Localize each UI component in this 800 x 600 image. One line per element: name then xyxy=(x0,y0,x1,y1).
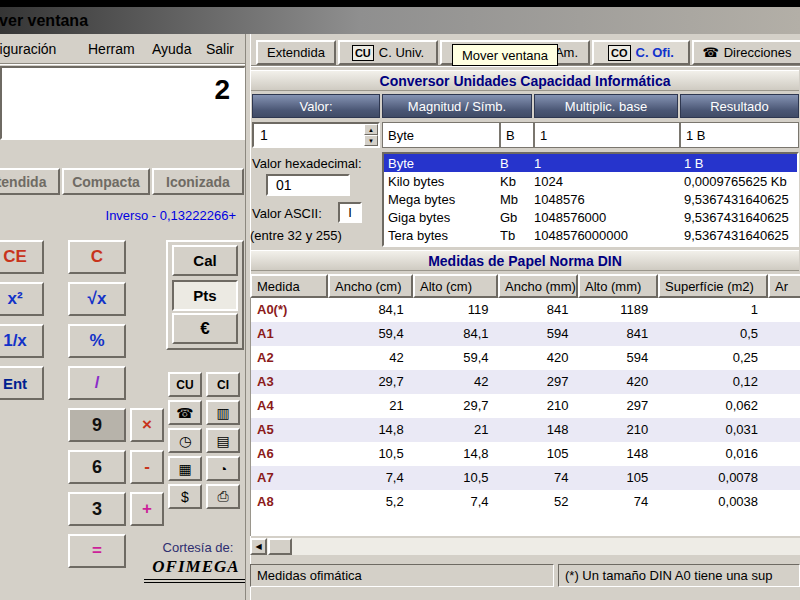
ascii-label: Valor ASCII: xyxy=(252,206,322,221)
euro-mode-button[interactable]: € xyxy=(172,313,238,344)
globe-icon: ◔ xyxy=(219,461,227,477)
paper-row[interactable]: A6 10,5 14,8 105 148 0,016 xyxy=(251,442,800,466)
calc-button-3[interactable]: 3 xyxy=(68,492,126,526)
phone-icon: ☎ xyxy=(702,45,718,60)
agenda-icon: ▤ xyxy=(216,433,229,449)
cu-tool-button[interactable]: CU xyxy=(168,372,202,397)
hex-label: Valor hexadecimal: xyxy=(252,156,362,171)
tab-conversor-ofimatico[interactable]: CO C. Ofi. xyxy=(592,40,690,65)
calc-button-reciprocal[interactable]: 1/x xyxy=(0,324,44,358)
calculator-display: 2 xyxy=(0,66,246,140)
paper-row[interactable]: A1 59,4 84,1 594 841 0,5 xyxy=(251,322,800,346)
unit-row[interactable]: Tera bytes Tb 1048576000000 9,5367431640… xyxy=(384,227,797,245)
calc-button-divide[interactable]: / xyxy=(68,366,126,400)
unit-row[interactable]: Mega bytes Mb 1048576 9,5367431640625 xyxy=(384,190,797,208)
paper-table-body: A0(*) 84,1 119 841 1189 1 A1 59,4 84,1 5… xyxy=(250,298,800,536)
header-ancho-cm[interactable]: Ancho (cm) xyxy=(328,274,413,298)
application-window: Mover ventana Configuración Herram Ayuda… xyxy=(0,0,800,600)
header-area[interactable]: Ar xyxy=(768,274,800,298)
ascii-range-hint: (entre 32 y 255) xyxy=(250,228,342,243)
window-title: Mover ventana xyxy=(0,12,88,30)
calc-button-clear[interactable]: C xyxy=(68,240,126,274)
cal-mode-button[interactable]: Cal xyxy=(172,245,238,276)
paper-row[interactable]: A7 7,4 10,5 74 105 0,0078 xyxy=(251,466,800,490)
printer-icon: ⎙ xyxy=(217,488,228,505)
agenda-tool-button[interactable]: ▤ xyxy=(206,428,240,453)
column-header-magnitud[interactable]: Magnitud / Símb. xyxy=(382,94,532,118)
tab-direcciones[interactable]: ☎ Direcciones xyxy=(692,40,800,65)
print-tool-button[interactable]: ⎙ xyxy=(206,484,240,509)
column-header-resultado[interactable]: Resultado xyxy=(680,94,799,118)
column-header-valor[interactable]: Valor: xyxy=(252,94,380,118)
clock-tool-button[interactable]: ◷ xyxy=(168,428,202,453)
paper-section-title: Medidas de Papel Norma DIN xyxy=(251,250,799,271)
spinner-down-button[interactable]: ▼ xyxy=(364,135,378,146)
menu-item-ayuda[interactable]: Ayuda xyxy=(152,41,191,57)
ascii-value-input[interactable]: I xyxy=(338,202,362,223)
paper-row[interactable]: A3 29,7 42 297 420 0,12 xyxy=(251,370,800,394)
calc-button-square[interactable]: x² xyxy=(0,282,44,316)
clock-icon: ◷ xyxy=(179,433,191,449)
paper-row[interactable]: A4 21 29,7 210 297 0,062 xyxy=(251,394,800,418)
ofimega-logo: OFIMEGA xyxy=(144,557,248,583)
calc-button-ce[interactable]: CE xyxy=(0,240,44,274)
book-tool-button[interactable]: ▥ xyxy=(206,400,240,425)
tab-compacta[interactable]: Compacta xyxy=(62,168,150,195)
header-medida[interactable]: Medida xyxy=(250,274,328,298)
menu-item-configuracion[interactable]: Configuración xyxy=(0,41,56,57)
selected-magnitude-cell: Byte xyxy=(382,122,500,148)
header-superficie[interactable]: Superfície (m2) xyxy=(658,274,768,298)
pts-mode-button[interactable]: Pts xyxy=(172,280,238,311)
scrollbar-thumb[interactable] xyxy=(268,538,292,555)
grid-icon: ▦ xyxy=(178,461,191,477)
selected-result-cell: 1 B xyxy=(680,122,799,148)
scroll-left-button[interactable]: ◀ xyxy=(250,538,267,555)
selected-symbol-cell: B xyxy=(500,122,534,148)
column-header-multiplicador[interactable]: Multiplic. base xyxy=(534,94,678,118)
paper-row[interactable]: A5 14,8 21 148 210 0,031 xyxy=(251,418,800,442)
header-ancho-mm[interactable]: Ancho (mm) xyxy=(498,274,578,298)
unit-row[interactable]: Kilo bytes Kb 1024 0,0009765625 Kb xyxy=(384,172,797,190)
calc-button-9[interactable]: 9 xyxy=(68,408,126,442)
unit-row[interactable]: Byte B 1 1 B xyxy=(384,154,797,172)
calc-button-multiply[interactable]: × xyxy=(130,408,164,442)
header-alto-mm[interactable]: Alto (mm) xyxy=(578,274,658,298)
ci-tool-button[interactable]: CI xyxy=(206,372,240,397)
move-window-tooltip: Mover ventana xyxy=(452,44,558,66)
converter-section-title: Conversor Unidades Capacidad Informática xyxy=(251,70,799,91)
currency-tool-button[interactable]: $ xyxy=(168,484,202,509)
cu-badge: CU xyxy=(352,45,374,61)
grid-tool-button[interactable]: ▦ xyxy=(168,456,202,481)
hex-value-input[interactable]: 01 xyxy=(266,174,350,196)
phone-tool-button[interactable]: ☎ xyxy=(168,400,202,425)
menu-item-herram[interactable]: Herram xyxy=(88,41,135,57)
units-listbox[interactable]: Byte B 1 1 B Kilo bytes Kb 1024 0,000976… xyxy=(382,152,799,247)
tab-extendida[interactable]: Extendida xyxy=(256,40,336,65)
value-input[interactable]: 1 xyxy=(252,122,380,148)
calc-button-equals[interactable]: = xyxy=(68,534,126,568)
globe-tool-button[interactable]: ◔ xyxy=(206,456,240,481)
courtesy-label: Cortesía de: xyxy=(150,540,246,555)
title-bar[interactable]: Mover ventana xyxy=(0,7,800,34)
calc-button-percent[interactable]: % xyxy=(68,324,126,358)
paper-row[interactable]: A0(*) 84,1 119 841 1189 1 xyxy=(251,298,800,322)
spinner-up-button[interactable]: ▲ xyxy=(364,124,378,135)
tab-extendida-left[interactable]: Extendida xyxy=(0,168,60,195)
horizontal-scrollbar[interactable] xyxy=(250,538,800,555)
calc-button-sqrt[interactable]: √x xyxy=(68,282,126,316)
header-alto-cm[interactable]: Alto (cm) xyxy=(413,274,498,298)
menu-item-salir[interactable]: Salir xyxy=(206,41,234,57)
calc-button-6[interactable]: 6 xyxy=(68,450,126,484)
tab-conversor-universal[interactable]: CU C. Univ. xyxy=(338,40,438,65)
calc-button-enter[interactable]: Ent xyxy=(0,366,44,400)
paper-row[interactable]: A2 42 59,4 420 594 0,25 xyxy=(251,346,800,370)
co-badge: CO xyxy=(608,45,631,61)
screen-edge xyxy=(0,0,800,7)
paper-row[interactable]: A8 5,2 7,4 52 74 0,0038 xyxy=(251,490,800,514)
calc-button-subtract[interactable]: - xyxy=(130,450,164,484)
status-panel-right: (*) Un tamaño DIN A0 tiene una sup xyxy=(558,564,800,587)
calc-button-add[interactable]: + xyxy=(130,492,164,526)
unit-row[interactable]: Giga bytes Gb 1048576000 9,5367431640625 xyxy=(384,209,797,227)
menu-bar: Configuración Herram Ayuda Salir xyxy=(0,34,247,64)
tab-iconizada[interactable]: Iconizada xyxy=(152,168,244,195)
